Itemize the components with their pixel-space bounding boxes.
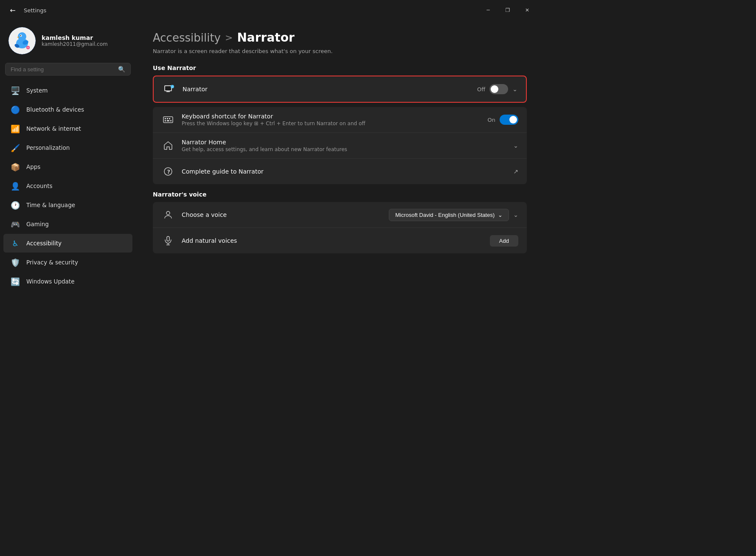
sidebar-item-label: Accessibility xyxy=(26,240,62,247)
sidebar-item-update[interactable]: 🔄 Windows Update xyxy=(3,272,132,291)
system-icon: 🖥️ xyxy=(10,85,20,95)
keyboard-toggle[interactable] xyxy=(500,115,518,125)
time-icon: 🕐 xyxy=(10,200,20,210)
sidebar-item-label: Time & language xyxy=(26,202,75,208)
sidebar-item-accessibility[interactable]: ♿ Accessibility xyxy=(3,234,132,253)
add-voices-button[interactable]: Add xyxy=(490,235,518,247)
keyboard-icon xyxy=(161,113,175,126)
toggle-thumb-keyboard xyxy=(509,116,517,124)
sidebar-item-label: Bluetooth & devices xyxy=(26,106,84,113)
keyboard-text: Keyboard shortcut for Narrator Press the… xyxy=(182,113,481,126)
app-container: kamlesh kumar kamlesh2011@gmail.com 🔍 🖥️… xyxy=(0,20,544,407)
titlebar-title: Settings xyxy=(24,7,46,14)
sidebar-item-label: Windows Update xyxy=(26,278,74,285)
narrator-label: Narrator xyxy=(183,86,470,93)
accessibility-icon: ♿ xyxy=(10,238,20,248)
narrator-toggle[interactable] xyxy=(489,84,508,94)
sidebar-item-label: System xyxy=(26,87,48,94)
voice-dropdown[interactable]: Microsoft David - English (United States… xyxy=(389,209,509,221)
sidebar: kamlesh kumar kamlesh2011@gmail.com 🔍 🖥️… xyxy=(0,20,136,407)
restore-button[interactable]: ❐ xyxy=(498,3,517,17)
update-icon: 🔄 xyxy=(10,276,20,286)
back-button[interactable]: ← xyxy=(7,4,19,16)
voice-dropdown-chevron-icon: ⌄ xyxy=(498,212,503,218)
svg-point-2 xyxy=(18,32,26,41)
breadcrumb-current: Narrator xyxy=(237,31,294,45)
narrator-home-label: Narrator Home xyxy=(182,139,506,146)
guide-label: Complete guide to Narrator xyxy=(182,168,506,175)
sidebar-item-label: Gaming xyxy=(26,221,49,227)
sidebar-item-bluetooth[interactable]: 🔵 Bluetooth & devices xyxy=(3,100,132,119)
svg-rect-16 xyxy=(165,118,166,119)
privacy-icon: 🛡️ xyxy=(10,257,20,267)
svg-rect-15 xyxy=(163,117,173,123)
keyboard-sublabel: Press the Windows logo key ⊞ + Ctrl + En… xyxy=(182,121,481,126)
narrator-chevron-icon: ⌄ xyxy=(512,86,517,93)
svg-rect-12 xyxy=(166,91,170,92)
profile-info: kamlesh kumar kamlesh2011@gmail.com xyxy=(42,34,108,47)
search-box: 🔍 xyxy=(5,63,131,76)
voice-icon xyxy=(161,208,175,222)
sidebar-item-gaming[interactable]: 🎮 Gaming xyxy=(3,215,132,233)
choose-voice-text: Choose a voice xyxy=(182,211,382,218)
search-input[interactable] xyxy=(11,66,115,73)
narrator-home-control: ⌄ xyxy=(513,142,518,149)
page-description: Narrator is a screen reader that describ… xyxy=(153,48,527,54)
svg-point-9 xyxy=(27,47,29,48)
add-voices-text: Add natural voices xyxy=(182,237,483,244)
sidebar-item-system[interactable]: 🖥️ System xyxy=(3,81,132,100)
narrator-home-row[interactable]: Narrator Home Get help, access settings,… xyxy=(153,133,527,159)
svg-point-24 xyxy=(166,211,170,215)
svg-text:♪: ♪ xyxy=(171,85,173,88)
bluetooth-icon: 🔵 xyxy=(10,104,20,115)
choose-voice-label: Choose a voice xyxy=(182,211,382,218)
keyboard-shortcut-row[interactable]: Keyboard shortcut for Narrator Press the… xyxy=(153,107,527,133)
svg-rect-25 xyxy=(167,236,169,241)
use-narrator-title: Use Narrator xyxy=(153,65,527,71)
choose-voice-control: Microsoft David - English (United States… xyxy=(389,209,518,221)
choose-voice-row[interactable]: Choose a voice Microsoft David - English… xyxy=(153,202,527,228)
narrator-card: ♪ Narrator Off ⌄ xyxy=(153,76,527,103)
sidebar-item-time[interactable]: 🕐 Time & language xyxy=(3,196,132,214)
svg-rect-18 xyxy=(169,118,170,119)
svg-rect-19 xyxy=(165,120,166,121)
profile-name: kamlesh kumar xyxy=(42,34,108,41)
sidebar-item-apps[interactable]: 📦 Apps xyxy=(3,157,132,176)
titlebar: ← Settings ─ ❐ ✕ xyxy=(0,0,544,20)
microphone-icon xyxy=(161,234,175,247)
sidebar-item-privacy[interactable]: 🛡️ Privacy & security xyxy=(3,253,132,272)
window-controls: ─ ❐ ✕ xyxy=(478,3,537,17)
sidebar-item-label: Privacy & security xyxy=(26,259,78,266)
gaming-icon: 🎮 xyxy=(10,219,20,229)
profile-email: kamlesh2011@gmail.com xyxy=(42,41,108,47)
breadcrumb: Accessibility > Narrator xyxy=(153,31,527,45)
voice-dropdown-value: Microsoft David - English (United States… xyxy=(395,212,495,218)
narrator-control: Off ⌄ xyxy=(477,84,517,94)
close-button[interactable]: ✕ xyxy=(517,3,537,17)
sidebar-item-network[interactable]: 📶 Network & internet xyxy=(3,119,132,138)
add-voices-label: Add natural voices xyxy=(182,237,483,244)
guide-row[interactable]: ? Complete guide to Narrator ↗ xyxy=(153,159,527,184)
minimize-button[interactable]: ─ xyxy=(478,3,498,17)
narrator-row[interactable]: ♪ Narrator Off ⌄ xyxy=(154,76,526,102)
voice-row-chevron-icon: ⌄ xyxy=(513,211,518,218)
sidebar-item-label: Apps xyxy=(26,163,40,170)
keyboard-control: On xyxy=(488,115,518,125)
sidebar-item-accounts[interactable]: 👤 Accounts xyxy=(3,177,132,195)
add-voices-row[interactable]: Add natural voices Add xyxy=(153,228,527,253)
breadcrumb-separator: > xyxy=(225,32,233,43)
narrator-home-chevron-icon: ⌄ xyxy=(513,142,518,149)
narrator-label-container: Narrator xyxy=(183,86,470,93)
search-container: 🔍 xyxy=(0,63,136,81)
add-voices-control: Add xyxy=(490,235,518,247)
svg-rect-20 xyxy=(167,120,169,121)
svg-text:?: ? xyxy=(167,168,171,175)
voice-section-title: Narrator's voice xyxy=(153,191,527,198)
network-icon: 📶 xyxy=(10,124,20,134)
sidebar-item-personalization[interactable]: 🖌️ Personalization xyxy=(3,138,132,157)
svg-rect-21 xyxy=(170,120,171,121)
keyboard-label: Keyboard shortcut for Narrator xyxy=(182,113,481,120)
breadcrumb-parent[interactable]: Accessibility xyxy=(153,31,221,44)
narrator-icon: ♪ xyxy=(162,82,176,96)
svg-rect-11 xyxy=(165,86,171,90)
